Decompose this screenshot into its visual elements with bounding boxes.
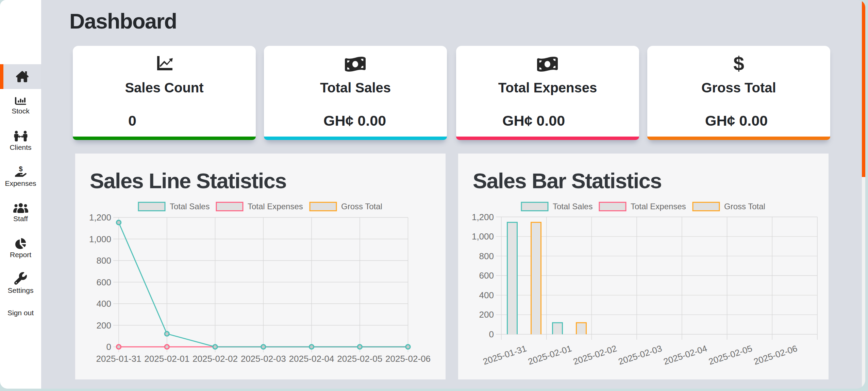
svg-text:2025-02-05: 2025-02-05 xyxy=(707,343,753,367)
svg-text:800: 800 xyxy=(479,251,494,261)
svg-text:Total Sales: Total Sales xyxy=(170,202,210,211)
svg-text:2025-01-31: 2025-01-31 xyxy=(482,343,528,367)
svg-text:2025-02-03: 2025-02-03 xyxy=(241,354,286,364)
svg-text:2025-02-04: 2025-02-04 xyxy=(289,354,334,364)
svg-text:600: 600 xyxy=(97,277,111,287)
svg-text:Total Expenses: Total Expenses xyxy=(248,202,303,211)
svg-text:2025-02-05: 2025-02-05 xyxy=(337,354,382,364)
svg-text:Total Sales: Total Sales xyxy=(553,202,592,211)
svg-text:0: 0 xyxy=(489,329,494,339)
svg-text:800: 800 xyxy=(97,255,111,266)
svg-text:$: $ xyxy=(19,166,22,173)
svg-text:2025-01-31: 2025-01-31 xyxy=(96,354,141,364)
svg-text:1,200: 1,200 xyxy=(89,212,111,223)
svg-text:2025-02-04: 2025-02-04 xyxy=(662,343,708,367)
svg-text:1,000: 1,000 xyxy=(472,231,494,242)
svg-text:400: 400 xyxy=(479,290,494,300)
svg-text:1,000: 1,000 xyxy=(89,234,111,244)
svg-text:2025-02-01: 2025-02-01 xyxy=(527,343,573,367)
svg-text:2025-02-01: 2025-02-01 xyxy=(144,354,189,364)
svg-text:0: 0 xyxy=(106,342,111,352)
svg-text:200: 200 xyxy=(97,320,111,331)
svg-text:Gross Total: Gross Total xyxy=(724,202,765,211)
svg-text:2025-02-06: 2025-02-06 xyxy=(752,343,799,367)
svg-text:2025-02-02: 2025-02-02 xyxy=(572,343,618,367)
svg-text:400: 400 xyxy=(97,299,111,309)
svg-text:Gross Total: Gross Total xyxy=(341,202,382,211)
svg-text:2025-02-06: 2025-02-06 xyxy=(385,354,431,364)
svg-text:600: 600 xyxy=(479,270,494,281)
svg-text:2025-02-02: 2025-02-02 xyxy=(193,354,238,364)
svg-text:1,200: 1,200 xyxy=(472,212,494,222)
svg-text:200: 200 xyxy=(479,309,494,320)
svg-text:2025-02-03: 2025-02-03 xyxy=(617,343,663,367)
svg-text:Total Expenses: Total Expenses xyxy=(631,202,686,211)
